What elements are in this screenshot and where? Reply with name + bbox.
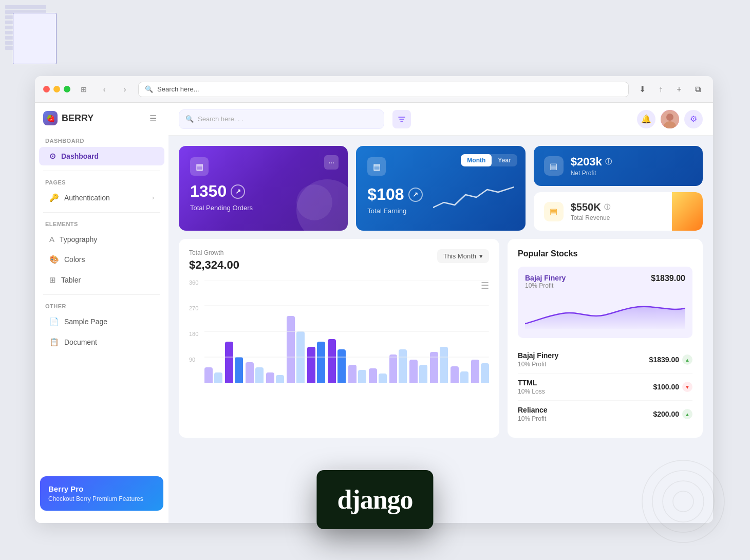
section-label-pages: Pages	[35, 175, 168, 188]
stock-item-ttml: TTML 10% Loss $100.00 ▼	[518, 374, 692, 401]
search-placeholder: Search here. . .	[198, 115, 243, 123]
sidebar-toggle-icon[interactable]: ⊞	[77, 82, 91, 97]
net-profit-card: ▤ $203k ⓘ Net Profit	[534, 146, 703, 186]
maximize-btn[interactable]	[64, 86, 70, 92]
stock-item-bajaj: Bajaj Finery 10% Profit $1839.00 ▲	[518, 346, 692, 374]
sidebar-item-colors[interactable]: 🎨 Colors	[39, 250, 164, 269]
bar-group-3	[246, 362, 264, 383]
share-icon[interactable]: ↑	[653, 82, 668, 97]
typography-icon: A	[49, 235, 54, 244]
section-label-dashboard: Dashboard	[35, 134, 168, 146]
bar	[358, 370, 366, 383]
sidebar-item-dashboard[interactable]: ⊙ Dashboard	[39, 147, 164, 165]
tab-month[interactable]: Month	[461, 154, 492, 166]
berry-pro-card[interactable]: Berry Pro Checkout Berry Premium Feature…	[40, 476, 163, 511]
bar-group-5	[287, 316, 305, 383]
notification-button[interactable]: 🔔	[637, 110, 655, 128]
revenue-info: $550K ⓘ Total Revenue	[571, 201, 610, 221]
bar	[255, 367, 264, 383]
chart-area: ☰ 360 270 180 90	[189, 280, 489, 393]
download-icon[interactable]: ⬇	[635, 82, 649, 97]
bar-group-10	[389, 349, 407, 383]
forward-icon[interactable]: ›	[118, 82, 132, 97]
bar	[328, 339, 336, 383]
logo-text: BERRY	[62, 113, 93, 124]
logo-icon: 🍓	[43, 111, 58, 125]
avatar[interactable]	[661, 110, 679, 128]
address-bar[interactable]: 🔍 Search here...	[138, 82, 629, 97]
net-profit-info: $203k ⓘ Net Profit	[571, 155, 612, 177]
info-icon: ⓘ	[605, 157, 612, 166]
logo: 🍓 BERRY	[43, 111, 93, 125]
svg-point-11	[652, 471, 714, 532]
sidebar-item-authentication[interactable]: 🔑 Authentication ›	[39, 189, 164, 207]
bar-group-14	[471, 360, 489, 383]
featured-stock: Bajaj Finery 10% Profit $1839.00	[518, 267, 692, 338]
stock-price: $100.00 ▼	[653, 382, 692, 392]
settings-button[interactable]: ⚙	[684, 110, 703, 128]
hamburger-button[interactable]: ☰	[146, 111, 160, 125]
decorative-circles	[637, 455, 729, 550]
bar-group-4	[266, 372, 284, 383]
minimize-btn[interactable]	[53, 86, 60, 92]
pending-orders-label: Total Pending Orders	[190, 204, 336, 212]
bar-group-9	[369, 368, 387, 383]
sidebar-item-label: Sample Page	[64, 318, 107, 326]
bar	[389, 354, 398, 383]
stocks-list: Bajaj Finery 10% Profit $1839.00 ▲	[518, 346, 692, 427]
stock-price: $200.00 ▲	[653, 409, 692, 419]
card-earning-icon: ▤	[367, 157, 386, 176]
bar-group-1	[204, 367, 222, 383]
tabs-icon[interactable]: ⧉	[690, 82, 705, 97]
dashboard-icon: ⊙	[49, 152, 56, 161]
divider-1	[43, 171, 160, 171]
chevron-down-icon: ▾	[479, 252, 483, 260]
revenue-label: Total Revenue	[571, 214, 610, 221]
featured-stock-header: Bajaj Finery 10% Profit $1839.00	[525, 274, 685, 289]
y-label: 270	[189, 306, 198, 311]
sidebar-item-document[interactable]: 📋 Document	[39, 333, 164, 351]
sidebar-header: 🍓 BERRY ☰	[35, 111, 168, 134]
sidebar-item-typography[interactable]: A Typography	[39, 230, 164, 248]
card-more-button[interactable]: ···	[324, 155, 339, 170]
trend-icon: ↗	[408, 188, 423, 202]
bar-group-12	[430, 347, 448, 383]
django-logo-text: django	[337, 484, 413, 515]
tab-year[interactable]: Year	[492, 154, 517, 166]
filter-button[interactable]	[392, 110, 411, 128]
info-icon: ⓘ	[604, 203, 610, 212]
earning-left: $108 ↗ Total Earning	[367, 185, 422, 215]
close-btn[interactable]	[43, 86, 50, 92]
featured-stock-profit: 10% Profit	[525, 282, 566, 289]
divider-3	[43, 294, 160, 295]
bar-group-7	[328, 339, 346, 383]
browser-actions: ⬇ ↑ + ⧉	[635, 82, 705, 97]
earning-tabs: Month Year	[461, 154, 517, 166]
search-box[interactable]: 🔍 Search here. . .	[179, 109, 384, 129]
bar	[440, 347, 448, 383]
new-tab-icon[interactable]: +	[672, 82, 686, 97]
bar	[317, 342, 325, 383]
app-container: 🍓 BERRY ☰ Dashboard ⊙ Dashboard Pages 🔑 …	[35, 103, 713, 523]
svg-point-4	[666, 114, 673, 121]
bar	[266, 372, 274, 383]
growth-header: Total Growth $2,324.00 This Month ▾	[189, 249, 489, 272]
bar	[379, 374, 387, 383]
month-selector[interactable]: This Month ▾	[437, 249, 489, 263]
back-icon[interactable]: ‹	[97, 82, 111, 97]
revenue-value: $550K ⓘ	[571, 201, 610, 213]
bar	[399, 349, 407, 383]
search-icon: 🔍	[145, 85, 153, 93]
bottom-row: Total Growth $2,324.00 This Month ▾ ☰	[179, 239, 703, 438]
bar	[451, 366, 459, 383]
sidebar-item-label: Tabler	[61, 276, 81, 284]
total-earning-card: ▤ Month Year $108 ↗ Total Earnin	[356, 146, 525, 231]
bar	[471, 360, 479, 383]
divider-2	[43, 212, 160, 213]
sidebar-item-tabler[interactable]: ⊞ Tabler	[39, 271, 164, 289]
sidebar-item-sample-page[interactable]: 📄 Sample Page	[39, 312, 164, 331]
y-label: 180	[189, 331, 198, 337]
sidebar-item-label: Dashboard	[61, 152, 99, 160]
main-content: 🔍 Search here. . . 🔔	[168, 103, 713, 523]
bar	[246, 362, 254, 383]
